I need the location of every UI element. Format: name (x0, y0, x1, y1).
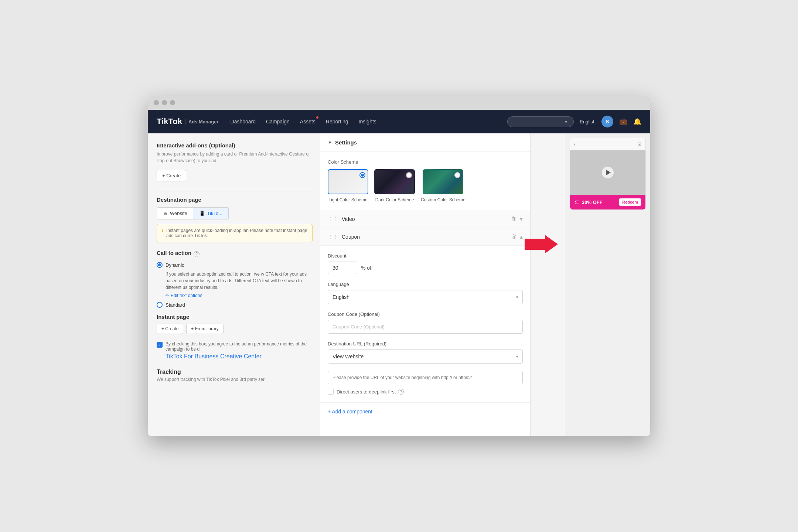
tracking-section: Tracking We support tracking with TikTok… (157, 369, 313, 382)
coupon-bar-left: 🏷 30% OFF (574, 199, 603, 205)
video-delete-icon[interactable]: 🗑 (511, 216, 517, 222)
nav-assets[interactable]: Assets (300, 117, 316, 126)
nav-avatar[interactable]: S (601, 116, 613, 127)
tab-website[interactable]: 🖥 Website (157, 208, 193, 219)
deeplink-help-icon[interactable]: ? (398, 389, 404, 395)
coupon-tag-icon: 🏷 (574, 199, 580, 205)
custom-color-option[interactable]: Custom Color Scheme (421, 169, 466, 202)
dynamic-radio-row: Dynamic (157, 262, 313, 268)
light-swatch[interactable] (328, 169, 368, 194)
preview-header: ‹ ⊡ (570, 138, 645, 150)
settings-collapse-icon[interactable]: ▼ (328, 140, 332, 145)
coupon-actions: 🗑 ▴ (511, 233, 523, 240)
destination-title: Destination page (157, 197, 313, 203)
video-actions: 🗑 ▾ (511, 215, 523, 222)
dynamic-desc: If you select an auto-optimized call to … (166, 271, 313, 291)
coupon-content: Discount % off Language English Chinese … (320, 246, 530, 402)
tab-tiktok[interactable]: 📱 TikTo... (193, 208, 229, 219)
add-component-row: + Add a component (320, 402, 530, 420)
play-button[interactable] (602, 167, 614, 178)
preview-menu-icon[interactable]: ⊡ (637, 141, 642, 147)
cta-label-row: Call to action ? (157, 250, 313, 258)
preview-phone: ‹ ⊡ 🏷 30% OFF Redeem (570, 138, 646, 210)
tiktok-tab-icon: 📱 (199, 211, 205, 216)
language-label: Language (328, 282, 523, 287)
destination-url-select[interactable]: View Website (328, 349, 523, 364)
discount-label: Discount (328, 253, 523, 259)
instant-page-section: Instant page + Create + From library (157, 314, 313, 334)
standard-radio-row: Standard (157, 302, 313, 308)
color-scheme-options: Light Color Scheme Dark Color Scheme (328, 169, 523, 202)
checkbox-text: By checking this box, you agree to the a… (166, 341, 313, 352)
nav-notifications-icon[interactable]: 🔔 (633, 117, 641, 126)
search-dropdown-icon: ▾ (565, 119, 567, 125)
nav-reporting[interactable]: Reporting (326, 117, 348, 126)
coupon-section-row: ⋮⋮ Coupon 🗑 ▴ (320, 228, 530, 246)
standard-label: Standard (166, 302, 185, 308)
nav-right-section: ▾ English S 💼 🔔 (507, 116, 641, 127)
dark-radio (406, 172, 412, 178)
from-library-btn[interactable]: + From library (186, 324, 223, 334)
nav-links: Dashboard Campaign Assets Reporting Insi… (231, 117, 496, 126)
discount-suffix: % off (361, 265, 373, 271)
nav-language[interactable]: English (580, 119, 596, 125)
dark-color-option[interactable]: Dark Color Scheme (374, 169, 415, 202)
light-color-option[interactable]: Light Color Scheme (328, 169, 368, 202)
instant-create-btn[interactable]: + Create (157, 324, 183, 334)
redeem-button[interactable]: Redeem (619, 198, 641, 206)
cta-label: Call to action (157, 250, 191, 256)
preview-back-icon[interactable]: ‹ (574, 141, 576, 147)
light-label: Light Color Scheme (328, 197, 367, 202)
language-select[interactable]: English Chinese Spanish French German (328, 290, 523, 304)
language-select-wrapper: English Chinese Spanish French German ▾ (328, 290, 523, 304)
nav-campaign[interactable]: Campaign (266, 117, 290, 126)
nav-insights[interactable]: Insights (359, 117, 376, 126)
play-triangle-icon (606, 170, 611, 175)
deeplink-label: Direct users to deeplink first ? (337, 389, 404, 395)
add-component-button[interactable]: + Add a component (328, 409, 372, 415)
nav-messages-icon[interactable]: 💼 (619, 117, 627, 126)
cta-help-icon[interactable]: ? (194, 251, 200, 257)
destination-tabs: 🖥 Website 📱 TikTo... (157, 207, 229, 219)
coupon-code-input[interactable] (328, 320, 523, 334)
deeplink-row: Direct users to deeplink first ? (328, 389, 523, 395)
preview-panel: ‹ ⊡ 🏷 30% OFF Redeem (565, 133, 650, 436)
left-panel: Interactive add-ons (Optional) Improve p… (148, 133, 321, 436)
dark-label: Dark Color Scheme (375, 197, 414, 202)
preview-coupon-bar: 🏷 30% OFF Redeem (570, 195, 645, 209)
checkbox-row: ✓ By checking this box, you agree to the… (157, 341, 313, 352)
dest-url-select-wrapper: View Website ▾ (328, 349, 523, 364)
logo-tiktok-text: TikTok (157, 117, 182, 126)
info-text: Instant pages are quick-loading in-app l… (166, 228, 308, 238)
dark-swatch[interactable] (374, 169, 415, 194)
info-box: ℹ Instant pages are quick-loading in-app… (157, 224, 313, 242)
edit-text-link[interactable]: ✏ Edit text options (166, 293, 313, 298)
red-arrow-svg (525, 235, 558, 253)
addons-create-button[interactable]: + Create (157, 170, 186, 181)
tracking-title: Tracking (157, 369, 313, 375)
addons-section-title: Interactive add-ons (Optional) (157, 142, 313, 149)
dynamic-label: Dynamic (166, 262, 184, 268)
browser-dot-green (170, 100, 175, 105)
video-expand-icon[interactable]: ▾ (520, 215, 523, 222)
nav-dashboard[interactable]: Dashboard (231, 117, 256, 126)
tracking-desc: We support tracking with TikTok Pixel an… (157, 377, 313, 382)
instant-page-btn-row: + Create + From library (157, 324, 313, 334)
coupon-code-label: Coupon Code (Optional) (328, 311, 523, 317)
standard-radio[interactable] (157, 302, 163, 308)
addons-section-desc: Improve performance by adding a card or … (157, 151, 313, 164)
deeplink-checkbox[interactable] (328, 389, 334, 395)
main-content: Interactive add-ons (Optional) Improve p… (148, 133, 650, 436)
url-input[interactable] (328, 371, 523, 384)
tiktok-creative-center-link[interactable]: TikTok For Business Creative Center (166, 353, 262, 359)
svg-marker-0 (525, 235, 558, 253)
agree-checkbox[interactable]: ✓ (157, 342, 163, 348)
coupon-delete-icon[interactable]: 🗑 (511, 233, 517, 240)
dynamic-radio[interactable] (157, 262, 163, 268)
coupon-collapse-icon[interactable]: ▴ (520, 233, 523, 240)
search-bar[interactable]: ▾ (507, 116, 574, 127)
settings-header: ▼ Settings (320, 133, 530, 152)
custom-swatch[interactable] (423, 169, 463, 194)
discount-input[interactable] (328, 262, 357, 274)
custom-label: Custom Color Scheme (421, 197, 466, 202)
